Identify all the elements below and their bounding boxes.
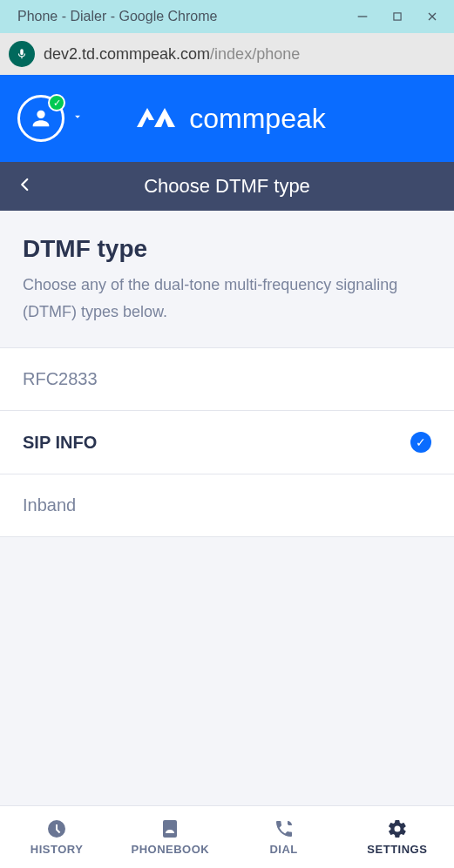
option-label: SIP INFO: [23, 433, 97, 453]
microphone-icon[interactable]: [9, 41, 35, 67]
phone-icon: [274, 818, 295, 839]
content-area: DTMF type Choose any of the dual-tone mu…: [0, 211, 454, 805]
brand-logo: commpeak: [128, 103, 326, 135]
bottom-nav: HISTORY PHONEBOOK DIAL SETTINGS: [0, 805, 454, 868]
status-online-icon: ✓: [48, 94, 65, 111]
section-header: DTMF type Choose any of the dual-tone mu…: [0, 211, 454, 348]
contacts-icon: [159, 818, 180, 839]
dtmf-option-rfc2833[interactable]: RFC2833: [0, 348, 454, 411]
checkmark-icon: ✓: [410, 432, 431, 453]
svg-rect-1: [394, 13, 401, 20]
page-title: Choose DTMF type: [144, 175, 310, 198]
svg-rect-0: [358, 16, 368, 17]
nav-phonebook[interactable]: PHONEBOOK: [113, 806, 227, 868]
nav-label: PHONEBOOK: [132, 843, 210, 856]
profile-menu[interactable]: ✓: [17, 95, 84, 142]
back-button[interactable]: [17, 177, 33, 196]
section-title: DTMF type: [23, 235, 431, 263]
dtmf-option-sip-info[interactable]: SIP INFO ✓: [0, 411, 454, 474]
section-description: Choose any of the dual-tone multi-freque…: [23, 272, 431, 325]
nav-label: SETTINGS: [367, 843, 427, 856]
url-path: /index/phone: [210, 45, 300, 63]
dtmf-option-inband[interactable]: Inband: [0, 474, 454, 537]
maximize-button[interactable]: [384, 3, 410, 30]
nav-history[interactable]: HISTORY: [0, 806, 113, 868]
nav-settings[interactable]: SETTINGS: [341, 806, 454, 868]
nav-label: HISTORY: [30, 843, 84, 856]
gear-icon: [387, 818, 408, 839]
brand-name: commpeak: [189, 103, 326, 135]
nav-label: DIAL: [269, 843, 297, 856]
empty-space: [0, 537, 454, 805]
avatar: ✓: [17, 95, 64, 142]
page-subheader: Choose DTMF type: [0, 162, 454, 211]
url-text[interactable]: dev2.td.commpeak.com/index/phone: [44, 45, 300, 64]
nav-dial[interactable]: DIAL: [227, 806, 341, 868]
logo-icon: [128, 103, 180, 134]
url-bar: dev2.td.commpeak.com/index/phone: [0, 33, 454, 75]
window-title: Phone - Dialer - Google Chrome: [17, 9, 341, 24]
option-label: RFC2833: [23, 369, 98, 389]
window-titlebar: Phone - Dialer - Google Chrome: [0, 0, 454, 33]
close-button[interactable]: [419, 3, 445, 30]
minimize-button[interactable]: [349, 3, 376, 30]
chevron-down-icon: [71, 111, 84, 126]
clock-icon: [46, 818, 67, 839]
url-host: dev2.td.commpeak.com: [44, 45, 210, 63]
option-label: Inband: [23, 495, 76, 515]
app-header: ✓ commpeak: [0, 75, 454, 162]
